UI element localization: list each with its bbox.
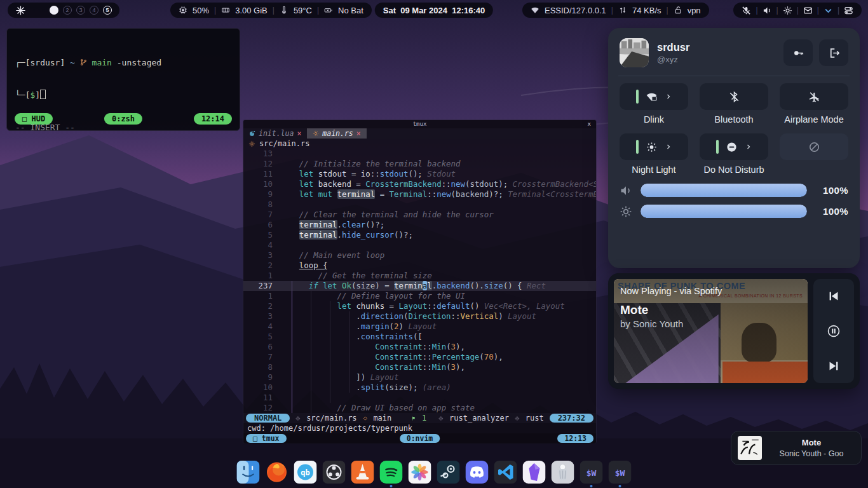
line-number: 2: [243, 301, 280, 311]
tmux-window-badge[interactable]: □ HUD: [15, 113, 53, 125]
dock-item-files[interactable]: [237, 461, 260, 484]
toggle-airplane-mode[interactable]: [780, 83, 848, 110]
dock-item-spotify[interactable]: [380, 461, 403, 484]
code-line: 4: [243, 240, 596, 250]
network-name: ESSID/127.0.0.1: [545, 6, 606, 15]
dock-item-firefox[interactable]: [266, 461, 288, 484]
dock-item-vscode[interactable]: [494, 461, 517, 484]
filetype-name: rust: [526, 414, 544, 423]
lsp-gear-icon: [438, 415, 444, 422]
code-area[interactable]: 1312 // Initialize the terminal backend1…: [243, 149, 596, 413]
chevron-down-icon[interactable]: [824, 6, 833, 15]
active-indicator: [716, 140, 719, 154]
clock-module[interactable]: Sat 09 Mar 2024 12:16:40: [375, 3, 493, 18]
tab-close-icon[interactable]: ×: [356, 128, 361, 139]
network-speed: 74 KB/s: [632, 6, 661, 15]
toggle-label: Airplane Mode: [780, 114, 848, 125]
rust-file-icon: [295, 415, 301, 422]
dock-item-trash[interactable]: [552, 461, 574, 484]
line-number: 5: [243, 230, 280, 240]
line-number: 10: [243, 179, 280, 189]
code-line: 11: [243, 393, 596, 403]
dock-item-wallet-a[interactable]: $W: [580, 461, 603, 484]
code-line: 4 .margin(2) Layout: [243, 322, 596, 332]
dock-item-qbittorrent[interactable]: qb: [294, 461, 317, 484]
code-line: 9 let mut terminal = Terminal::new(backe…: [243, 189, 596, 200]
workspace-4[interactable]: 4: [90, 6, 98, 15]
dock-item-discord[interactable]: [466, 461, 489, 484]
window-title: tmux: [413, 121, 427, 127]
code-line: 12 // Draw UI based on app state: [243, 403, 596, 413]
shell-prompt-line2: └─[$]: [15, 90, 231, 100]
tmux-session-badge[interactable]: 0:zsh: [104, 113, 142, 125]
tab-close-icon[interactable]: ×: [297, 128, 301, 139]
line-number: 12: [243, 403, 280, 413]
user-handle: @xyz: [657, 55, 689, 64]
slider-fill: [641, 205, 807, 218]
toggle-bluetooth[interactable]: [700, 83, 768, 110]
media-controls: [813, 279, 854, 383]
pause-icon[interactable]: [827, 324, 841, 338]
tab-label: init.lua: [259, 128, 294, 139]
toggle-blank-circle-icon[interactable]: [780, 133, 848, 160]
slider-track[interactable]: [641, 205, 807, 218]
dock-item-obs[interactable]: [323, 461, 346, 484]
speaker-icon[interactable]: [763, 6, 772, 15]
git-branch-icon: [80, 58, 87, 66]
toggle-dlink[interactable]: [620, 83, 688, 110]
quick-toggles: DlinkBluetoothAirplane ModeNight LightDo…: [620, 83, 848, 175]
window-titlebar: tmux x: [243, 120, 596, 128]
tab-main.rs[interactable]: main.rs×: [307, 128, 366, 139]
logout-button[interactable]: [819, 39, 848, 66]
gear-icon[interactable]: [783, 6, 792, 15]
code-line: 11 let stdout = io::stdout(); Stdout: [243, 169, 596, 179]
tmux-session-badge[interactable]: 0:nvim: [400, 434, 440, 443]
desktop: 2345 50% | 3.00 GiB | 59°C | No Bat Sat …: [0, 0, 868, 488]
album-art[interactable]: SHAPE OF PUNK TO COME A CHIMERICAL BOMBI…: [614, 279, 808, 383]
tab-label: main.rs: [322, 128, 353, 139]
toggles-icon[interactable]: [844, 6, 853, 15]
chevron-right-icon[interactable]: [665, 143, 672, 151]
prev-icon[interactable]: [827, 289, 841, 303]
distro-logo-icon[interactable]: [15, 5, 26, 16]
slider-value: 100%: [815, 185, 848, 196]
dock-item-obsidian[interactable]: [523, 461, 546, 484]
terminal-window[interactable]: ┌─[srdusr] ~ main -unstaged └─[$] -- INS…: [6, 28, 240, 131]
toggle-night-light[interactable]: [620, 133, 688, 160]
tmux-window-badge[interactable]: □ tmux: [246, 434, 287, 443]
track-title: Mote: [620, 303, 648, 317]
workspace-2[interactable]: 2: [63, 6, 72, 15]
lock-keys-button[interactable]: [783, 39, 813, 66]
workspace-indicators: 2345: [50, 6, 112, 15]
chevron-right-icon[interactable]: [745, 143, 752, 151]
tab-init.lua[interactable]: init.lua×: [243, 128, 307, 139]
code-line: 6 terminal.clear()?;: [243, 220, 596, 230]
next-icon[interactable]: [827, 359, 841, 373]
line-number: 11: [243, 393, 280, 403]
line-number: 10: [243, 383, 280, 393]
system-stats-module: 50% | 3.00 GiB | 59°C | No Bat: [170, 3, 372, 18]
dock-item-wallet-b[interactable]: $W: [609, 461, 632, 484]
divider: [618, 76, 850, 76]
running-indicator: [590, 485, 593, 487]
editor-window[interactable]: tmux x init.lua×main.rs× src/main.rs 131…: [243, 120, 596, 443]
code-line: 7 // Clear the terminal and hide the cur…: [243, 210, 596, 220]
dock-item-photos[interactable]: [409, 461, 431, 484]
workspace-1[interactable]: [50, 6, 58, 15]
toggle-label: [780, 165, 848, 175]
close-icon[interactable]: x: [588, 120, 591, 128]
workspace-5[interactable]: 5: [103, 6, 112, 15]
chevron-right-icon[interactable]: [665, 93, 672, 100]
dock-item-vlc[interactable]: [351, 461, 374, 484]
workspace-3[interactable]: 3: [76, 6, 85, 15]
code-line: 12 // Initialize the terminal backend: [243, 159, 596, 169]
mail-icon[interactable]: [803, 6, 813, 15]
tmux-statusbar: □ tmux 0:nvim 12:13: [243, 433, 596, 444]
dock-item-steam[interactable]: [437, 461, 460, 484]
slider-track[interactable]: [641, 184, 807, 197]
toggle-do-not-disturb[interactable]: [700, 133, 768, 160]
mic-muted-icon[interactable]: [742, 6, 751, 15]
notification-popup[interactable]: Mote Sonic Youth - Goo: [731, 431, 862, 465]
slider-fill: [641, 184, 807, 197]
line-number: 3: [243, 311, 280, 322]
